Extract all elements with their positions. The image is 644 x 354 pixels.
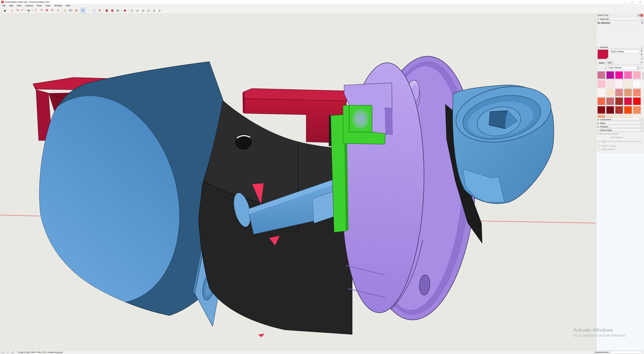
material-swatch[interactable] xyxy=(615,97,623,105)
follow-me-tool[interactable]: ↷ xyxy=(39,8,44,13)
material-swatch[interactable] xyxy=(633,88,641,96)
close-icon[interactable]: × xyxy=(640,118,643,121)
section-header-styles[interactable]: ▶ Styles × xyxy=(596,121,644,125)
select-tool[interactable]: ► xyxy=(2,8,8,13)
geolocation-icon[interactable]: ◍ xyxy=(2,351,4,354)
restore-button[interactable]: □ xyxy=(628,0,636,4)
section-header-entity-info[interactable]: ▼ Entity Info × xyxy=(596,17,644,21)
top-view-button[interactable]: ⌂ xyxy=(135,8,140,13)
menu-item-help[interactable]: Help xyxy=(64,4,72,7)
scale-tool[interactable]: ↗ xyxy=(55,8,60,13)
circle-tool[interactable]: ●▾ xyxy=(26,8,31,13)
material-swatch[interactable] xyxy=(624,97,632,105)
rotate-tool[interactable]: ↻ xyxy=(50,8,55,13)
soften-coplanar-checkbox[interactable] xyxy=(598,148,600,150)
close-icon[interactable]: × xyxy=(640,46,643,48)
pan-tool[interactable]: ☝ xyxy=(86,8,91,13)
sample-paint-icon[interactable]: ✒ xyxy=(640,61,643,64)
soften-coplanar-row[interactable]: Soften coplanar xyxy=(598,148,615,150)
tray-close-button[interactable]: × xyxy=(640,14,643,16)
material-swatch[interactable] xyxy=(633,80,641,88)
share-model-button[interactable]: ▣ xyxy=(110,8,115,13)
left-view-button[interactable]: ⌂ xyxy=(152,8,157,13)
material-swatch[interactable] xyxy=(606,71,614,79)
chevron-down-icon[interactable]: ▼ xyxy=(598,129,600,131)
extension-warehouse-button[interactable]: ◆ xyxy=(122,8,128,13)
chevron-right-icon[interactable]: ▶ xyxy=(598,126,600,128)
back-arrow-icon[interactable]: ← xyxy=(597,66,600,69)
details-arrow-icon[interactable]: ↪ xyxy=(640,66,643,69)
section-header-components[interactable]: ▶ Components × xyxy=(596,118,644,121)
push-pull-tool[interactable]: ⇧ xyxy=(33,8,38,13)
menu-item-window[interactable]: Window xyxy=(52,4,64,7)
text-tool[interactable]: A1 xyxy=(68,8,73,13)
material-swatch[interactable] xyxy=(606,97,614,105)
blue-knob-part[interactable] xyxy=(451,79,556,204)
back-view-button[interactable]: ⌂ xyxy=(157,8,162,13)
material-swatch[interactable] xyxy=(606,88,614,96)
chevron-right-icon[interactable]: ▶ xyxy=(598,119,600,120)
material-swatch[interactable] xyxy=(633,106,641,114)
zoom-tool[interactable]: ◯ xyxy=(92,8,97,13)
smooth-normals-checkbox[interactable]: ✓ xyxy=(598,145,600,147)
material-name-field[interactable] xyxy=(610,50,638,53)
material-swatch[interactable] xyxy=(606,115,614,118)
measurements-input[interactable] xyxy=(610,351,643,354)
in-model-home-icon[interactable]: ⌂ xyxy=(604,66,607,69)
material-swatch[interactable] xyxy=(615,115,623,118)
sign-in-icon[interactable]: ☻ xyxy=(12,351,14,354)
chevron-down-icon[interactable]: ▼ xyxy=(636,66,639,69)
material-swatch[interactable] xyxy=(615,88,623,96)
paint-bucket-tool[interactable]: ◑ xyxy=(74,8,79,13)
material-swatch[interactable] xyxy=(633,97,641,105)
menu-item-file[interactable]: File xyxy=(0,4,8,7)
material-swatch[interactable] xyxy=(633,115,641,118)
tray-title-bar[interactable]: Default Tray × xyxy=(596,14,644,17)
smooth-normals-row[interactable]: ✓ Smooth normals xyxy=(598,145,616,147)
move-tool[interactable]: ✚ xyxy=(44,8,50,13)
material-swatch[interactable] xyxy=(633,71,641,79)
toolbar-drag-handle[interactable] xyxy=(1,8,2,12)
chevron-right-icon[interactable]: ▶ xyxy=(598,122,600,124)
tab-edit[interactable]: Edit xyxy=(606,61,613,64)
secondary-pane-icon[interactable]: ▼⊞ xyxy=(641,49,642,52)
arc-tool[interactable]: ◠▾ xyxy=(21,8,26,13)
material-swatch[interactable] xyxy=(606,80,614,88)
chevron-down-icon[interactable]: ▾ xyxy=(32,9,32,11)
material-swatch[interactable] xyxy=(597,80,606,88)
close-icon[interactable]: × xyxy=(640,129,643,131)
material-swatch[interactable] xyxy=(615,80,623,88)
send-to-layout-button[interactable]: ▣ xyxy=(115,8,120,13)
menu-item-edit[interactable]: Edit xyxy=(8,4,15,7)
right-view-button[interactable]: ⌂ xyxy=(146,8,151,13)
section-header-soften-edges[interactable]: ▼ Soften Edges × xyxy=(596,129,644,132)
swatch-scrollbar[interactable] xyxy=(642,72,644,117)
close-icon[interactable]: × xyxy=(640,122,643,124)
close-icon[interactable]: × xyxy=(640,18,643,20)
collection-dropdown[interactable]: Colors-Named ▼ xyxy=(608,66,640,69)
create-material-icon[interactable]: ⊕ xyxy=(640,53,643,56)
credits-icon[interactable]: i xyxy=(7,351,10,354)
material-swatch[interactable] xyxy=(624,106,632,114)
minimize-button[interactable]: – xyxy=(621,0,628,4)
menu-item-draw[interactable]: Draw xyxy=(35,4,44,7)
orbit-tool[interactable]: ↻ xyxy=(80,8,86,13)
close-icon[interactable]: × xyxy=(640,126,643,128)
material-swatch[interactable] xyxy=(615,71,623,79)
material-swatch[interactable] xyxy=(624,71,632,79)
close-button[interactable]: × xyxy=(636,0,644,4)
eraser-tool[interactable]: ▰ xyxy=(10,8,15,13)
material-swatch[interactable] xyxy=(597,97,606,105)
entity-info-details-icon[interactable]: ▼⊞ xyxy=(642,21,643,24)
material-swatch[interactable] xyxy=(615,106,623,114)
model-viewport[interactable] xyxy=(0,13,596,350)
forward-arrow-icon[interactable]: → xyxy=(600,66,603,69)
material-swatch[interactable] xyxy=(606,106,614,114)
section-header-shadows[interactable]: ▶ Shadows × xyxy=(596,125,644,128)
material-swatch[interactable] xyxy=(597,106,606,114)
model-canvas[interactable] xyxy=(0,13,596,350)
material-swatch[interactable] xyxy=(597,71,606,79)
menu-item-view[interactable]: View xyxy=(15,4,23,7)
tab-select[interactable]: Select xyxy=(597,61,606,64)
material-swatch[interactable] xyxy=(624,80,632,88)
